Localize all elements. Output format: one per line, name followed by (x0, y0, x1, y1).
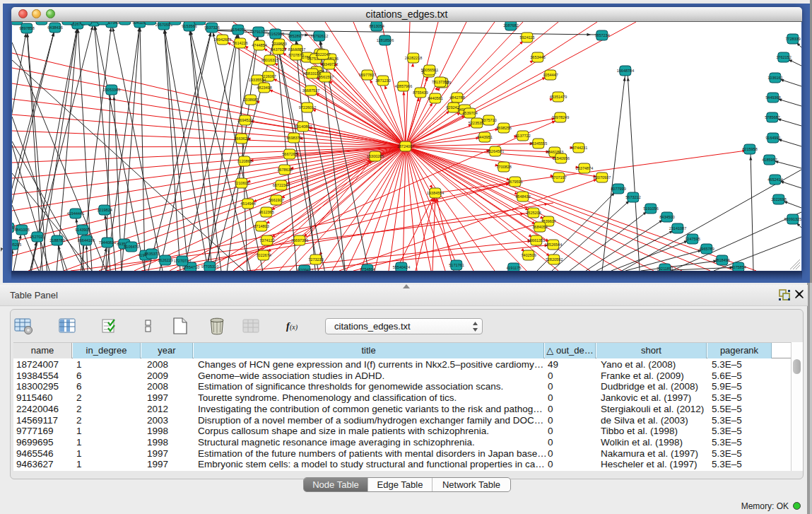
svg-text:4744854: 4744854 (252, 43, 266, 47)
svg-text:97705310: 97705310 (201, 264, 218, 269)
svg-text:25374874: 25374874 (576, 166, 593, 170)
svg-text:73440831: 73440831 (99, 240, 116, 245)
svg-text:4698379: 4698379 (286, 136, 301, 140)
svg-text:66722344: 66722344 (273, 183, 290, 187)
svg-text:5673212: 5673212 (625, 195, 640, 199)
svg-text:8835373: 8835373 (144, 252, 159, 256)
svg-text:2322047: 2322047 (315, 52, 330, 57)
svg-text:55540424: 55540424 (393, 265, 410, 269)
svg-text:73791320: 73791320 (250, 30, 267, 34)
svg-text:4823498: 4823498 (257, 86, 271, 90)
svg-text:20053346: 20053346 (103, 88, 120, 92)
svg-text:7402509: 7402509 (521, 253, 536, 257)
svg-text:5924115: 5924115 (519, 35, 534, 40)
svg-text:52091325: 52091325 (784, 217, 801, 221)
svg-text:8755439: 8755439 (413, 90, 428, 95)
svg-text:6707197: 6707197 (551, 175, 566, 180)
svg-text:3154051: 3154051 (230, 28, 245, 32)
svg-text:2714803: 2714803 (254, 224, 269, 228)
svg-text:7700828: 7700828 (496, 165, 511, 169)
svg-text:16648784: 16648784 (617, 69, 634, 73)
svg-text:49349722: 49349722 (321, 62, 338, 66)
svg-text:9548432: 9548432 (515, 194, 530, 199)
svg-text:23141087: 23141087 (669, 226, 686, 230)
svg-text:7857234: 7857234 (594, 33, 609, 37)
svg-text:2087682: 2087682 (503, 23, 518, 28)
svg-text:2626229: 2626229 (158, 258, 172, 262)
svg-text:96977837: 96977837 (359, 73, 376, 77)
svg-text:8813054: 8813054 (369, 24, 384, 28)
svg-text:3684052: 3684052 (532, 225, 547, 229)
svg-text:7022674: 7022674 (256, 253, 271, 257)
svg-text:24282218: 24282218 (405, 56, 422, 60)
svg-text:5191056: 5191056 (643, 206, 658, 211)
svg-text:9897858: 9897858 (19, 26, 34, 30)
svg-text:8434500: 8434500 (659, 215, 674, 219)
svg-text:3219824: 3219824 (97, 208, 112, 212)
svg-text:5443951: 5443951 (477, 135, 492, 139)
svg-text:66792612: 66792612 (311, 34, 328, 38)
svg-text:9375710: 9375710 (481, 118, 496, 122)
svg-text:6440561: 6440561 (428, 96, 442, 100)
svg-text:3762152: 3762152 (776, 55, 791, 59)
svg-text:5667265: 5667265 (282, 152, 297, 156)
svg-text:7374122: 7374122 (259, 238, 274, 243)
svg-text:7818496: 7818496 (714, 258, 729, 262)
svg-text:17270733: 17270733 (174, 259, 191, 263)
svg-text:4191175: 4191175 (506, 266, 521, 270)
svg-text:36697396: 36697396 (291, 238, 308, 243)
svg-text:19335534: 19335534 (249, 78, 266, 82)
svg-text:9164991: 9164991 (765, 136, 780, 140)
svg-text:(x): (x) (290, 323, 298, 332)
svg-text:7273233: 7273233 (308, 257, 323, 262)
svg-text:2022698: 2022698 (771, 197, 786, 201)
svg-text:5785687: 5785687 (765, 115, 779, 119)
svg-text:4514944: 4514944 (240, 201, 255, 206)
svg-text:36687537: 36687537 (302, 88, 319, 93)
svg-text:9143903: 9143903 (75, 228, 90, 232)
svg-text:4612365: 4612365 (259, 210, 273, 214)
svg-text:7120868: 7120868 (237, 159, 252, 163)
svg-text:19384554: 19384554 (427, 191, 444, 195)
svg-text:8215958: 8215958 (742, 147, 757, 151)
svg-text:2694522: 2694522 (237, 118, 252, 122)
svg-text:9153566: 9153566 (182, 24, 196, 28)
svg-text:9075854: 9075854 (731, 265, 746, 269)
svg-text:5171761: 5171761 (449, 263, 464, 267)
svg-text:78137358: 78137358 (432, 80, 449, 84)
svg-text:43744231: 43744231 (570, 146, 587, 150)
svg-text:72820592: 72820592 (546, 257, 563, 262)
svg-text:4841005: 4841005 (14, 228, 29, 232)
svg-text:12818506: 12818506 (377, 38, 394, 42)
svg-text:8707870: 8707870 (288, 53, 303, 57)
svg-text:4679591: 4679591 (507, 180, 522, 184)
svg-text:8106470: 8106470 (124, 245, 139, 249)
svg-text:5661907: 5661907 (269, 198, 283, 202)
svg-text:18526544: 18526544 (545, 243, 562, 247)
svg-text:11540956: 11540956 (553, 156, 570, 160)
svg-text:5663623: 5663623 (234, 136, 249, 141)
svg-text:1527021: 1527021 (30, 235, 45, 239)
svg-text:4965789: 4965789 (699, 247, 714, 251)
svg-text:50056581: 50056581 (421, 68, 438, 72)
svg-text:4185957: 4185957 (762, 158, 777, 162)
svg-text:3871230: 3871230 (375, 78, 390, 83)
svg-text:45833156: 45833156 (304, 71, 321, 76)
svg-text:41944441: 41944441 (67, 211, 84, 216)
svg-text:1054447: 1054447 (543, 73, 558, 77)
svg-text:2338687: 2338687 (243, 98, 258, 102)
svg-text:2188789: 2188789 (49, 238, 64, 243)
svg-text:6438436: 6438436 (47, 25, 62, 30)
svg-text:33978249: 33978249 (552, 115, 569, 119)
svg-text:86644106: 86644106 (78, 238, 95, 243)
svg-text:5614226: 5614226 (233, 41, 247, 45)
svg-text:94705205: 94705205 (12, 243, 21, 247)
svg-text:93016315: 93016315 (261, 58, 278, 62)
svg-text:9937326: 9937326 (204, 25, 219, 30)
svg-text:32162965: 32162965 (267, 32, 284, 36)
svg-text:1247595: 1247595 (685, 237, 700, 241)
svg-text:5437923: 5437923 (271, 47, 286, 52)
svg-text:4539704: 4539704 (462, 111, 477, 115)
svg-text:15300285: 15300285 (367, 154, 384, 158)
svg-text:45351479: 45351479 (550, 95, 567, 99)
